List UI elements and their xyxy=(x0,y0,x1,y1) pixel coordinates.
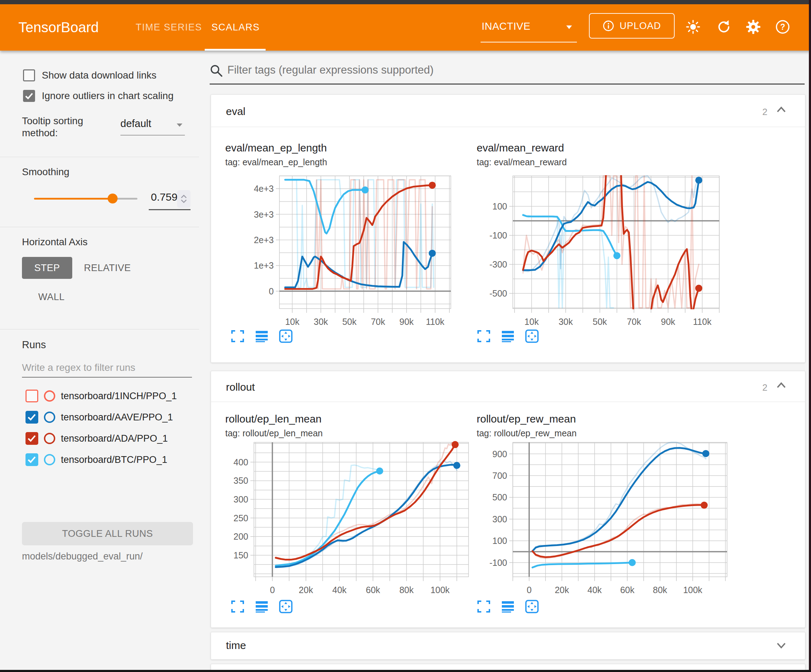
svg-text:4e+3: 4e+3 xyxy=(254,184,274,193)
run-color-ring[interactable] xyxy=(44,390,55,402)
smoothing-value-input[interactable] xyxy=(150,191,178,203)
run-row: tensorboard/BTC/PPO_1 xyxy=(0,452,199,470)
chart-title: eval/mean_reward xyxy=(477,142,564,154)
chart-tag: tag: eval/mean_ep_length xyxy=(225,157,327,168)
horizontal-axis-label: Horizontal Axis xyxy=(22,236,88,248)
section-card-eval: eval 2 eval/mean_ep_length tag: eval/mea… xyxy=(211,95,805,363)
run-color-ring[interactable] xyxy=(44,454,55,465)
help-icon[interactable]: ? xyxy=(775,19,791,35)
fullscreen-icon[interactable] xyxy=(231,329,245,343)
svg-text:60k: 60k xyxy=(620,585,635,595)
section-title: eval xyxy=(226,105,246,117)
runs-directory-label: models/debugged_eval_run/ xyxy=(22,551,143,562)
fullscreen-icon[interactable] xyxy=(231,599,245,614)
fit-domain-icon[interactable] xyxy=(279,329,293,343)
stepper-up-icon[interactable] xyxy=(180,194,187,199)
run-checkbox[interactable] xyxy=(25,432,38,445)
fit-domain-icon[interactable] xyxy=(525,329,539,343)
smoothing-slider-filled-track[interactable] xyxy=(34,198,113,200)
svg-text:-100: -100 xyxy=(489,558,507,568)
svg-text:0: 0 xyxy=(269,286,274,296)
tab-time-series[interactable]: TIME SERIES xyxy=(136,4,202,51)
svg-text:-300: -300 xyxy=(489,259,507,269)
settings-icon[interactable] xyxy=(745,19,761,35)
brightness-icon[interactable] xyxy=(685,19,701,35)
svg-text:100k: 100k xyxy=(430,585,450,595)
fit-domain-icon[interactable] xyxy=(525,599,539,614)
collapse-section-icon[interactable] xyxy=(776,105,787,115)
chart-eval-mean-reward[interactable]: 10k30k50k70k90k110k100-100-300-500 xyxy=(472,169,733,328)
toggle-all-runs-button[interactable]: TOGGLE ALL RUNS xyxy=(22,522,193,545)
chart-title: rollout/ep_rew_mean xyxy=(477,413,576,425)
axis-step-button[interactable]: STEP xyxy=(22,257,72,279)
chart-title: rollout/ep_len_mean xyxy=(225,413,322,425)
run-checkbox[interactable] xyxy=(25,389,38,402)
svg-text:100k: 100k xyxy=(683,585,702,595)
run-color-ring[interactable] xyxy=(44,433,55,444)
info-icon xyxy=(602,20,614,32)
runs-label: Runs xyxy=(22,339,46,351)
svg-text:10k: 10k xyxy=(285,317,300,327)
svg-text:100: 100 xyxy=(492,201,507,211)
run-color-ring[interactable] xyxy=(44,411,55,423)
chart-eval-mean-ep-length[interactable]: 10k30k50k70k90k110k01e+32e+33e+34e+3 xyxy=(220,169,470,328)
smoothing-stepper[interactable] xyxy=(177,190,190,208)
fit-domain-icon[interactable] xyxy=(279,599,293,614)
window-bottom-strip xyxy=(0,670,811,672)
svg-text:30k: 30k xyxy=(558,317,573,327)
run-checkbox[interactable] xyxy=(25,453,38,466)
svg-text:300: 300 xyxy=(233,494,248,504)
section-card-rollout: rollout 2 rollout/ep_len_mean tag: rollo… xyxy=(211,371,805,628)
tooltip-sorting-label: Tooltip sorting method: xyxy=(22,115,117,139)
smoothing-input-underline xyxy=(149,209,190,210)
ignore-outliers-label: Ignore outliers in chart scaling xyxy=(42,90,198,102)
svg-text:40k: 40k xyxy=(332,585,347,595)
expand-section-icon[interactable] xyxy=(776,641,787,650)
run-checkbox[interactable] xyxy=(25,411,38,423)
run-row: tensorboard/ADA/PPO_1 xyxy=(0,431,199,449)
svg-text:20k: 20k xyxy=(555,585,569,595)
runs-list-icon[interactable] xyxy=(254,329,269,343)
runs-list-icon[interactable] xyxy=(254,599,269,614)
stepper-down-icon[interactable] xyxy=(180,199,187,203)
svg-text:250: 250 xyxy=(233,513,248,523)
fullscreen-icon[interactable] xyxy=(477,599,491,614)
upload-button-label: UPLOAD xyxy=(619,20,661,32)
window-top-strip xyxy=(0,0,811,4)
svg-text:1e+3: 1e+3 xyxy=(254,261,274,270)
chevron-down-icon xyxy=(176,123,183,127)
ignore-outliers-checkbox[interactable] xyxy=(23,90,35,102)
axis-relative-button[interactable]: RELATIVE xyxy=(84,257,131,279)
svg-text:30k: 30k xyxy=(314,317,328,327)
smoothing-slider-handle[interactable] xyxy=(108,193,117,203)
tag-filter-input[interactable] xyxy=(227,63,791,77)
collapse-section-icon[interactable] xyxy=(776,381,787,390)
refresh-icon[interactable] xyxy=(716,19,732,35)
check-icon xyxy=(27,454,37,465)
tab-scalars[interactable]: SCALARS xyxy=(211,4,260,51)
upload-button[interactable]: UPLOAD xyxy=(589,13,675,39)
tooltip-sorting-dropdown[interactable]: default xyxy=(120,118,185,136)
app-header: TensorBoard TIME SERIES SCALARS INACTIVE… xyxy=(0,4,811,51)
show-download-links-label: Show data download links xyxy=(42,70,156,81)
svg-text:50k: 50k xyxy=(593,317,607,327)
status-dropdown[interactable]: INACTIVE xyxy=(480,4,577,51)
section-count: 2 xyxy=(762,107,767,117)
runs-list-icon[interactable] xyxy=(501,599,515,614)
run-name: tensorboard/1INCH/PPO_1 xyxy=(61,391,177,402)
check-icon xyxy=(27,433,37,443)
svg-text:70k: 70k xyxy=(627,317,641,327)
show-download-links-checkbox[interactable] xyxy=(23,69,35,81)
chart-rollout-ep-rew-mean[interactable]: 020k40k60k80k100k900700500300100-100 xyxy=(472,437,733,598)
runs-list-icon[interactable] xyxy=(501,329,515,343)
axis-wall-button[interactable]: WALL xyxy=(38,287,65,307)
svg-text:200: 200 xyxy=(233,532,248,542)
fullscreen-icon[interactable] xyxy=(477,329,491,343)
chart-rollout-ep-len-mean[interactable]: 020k40k60k80k100k150200250300350400 xyxy=(220,437,472,598)
runs-filter-input[interactable] xyxy=(22,362,192,377)
divider xyxy=(0,329,199,330)
svg-text:700: 700 xyxy=(492,471,507,481)
svg-text:110k: 110k xyxy=(693,317,712,327)
tooltip-sorting-value: default xyxy=(120,118,151,129)
svg-text:60k: 60k xyxy=(366,585,380,595)
